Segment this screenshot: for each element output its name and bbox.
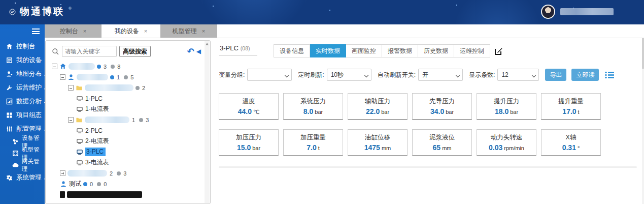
tree-search-input[interactable] xyxy=(62,46,117,57)
device-icon xyxy=(76,149,83,155)
tree-node-device[interactable]: 2-电流表 xyxy=(52,136,201,147)
menu-toggle-icon[interactable] xyxy=(32,28,40,34)
offline-dot xyxy=(135,86,140,90)
tree-node-folder[interactable]: 1 3 xyxy=(52,114,201,125)
redacted-label xyxy=(85,84,133,91)
avatar[interactable] xyxy=(541,5,555,19)
group-select[interactable] xyxy=(247,69,292,81)
data-card[interactable]: 加压压力15.0bar xyxy=(219,129,279,156)
tree-node-root[interactable]: 3 8 xyxy=(52,61,201,72)
collapse-panel-icon[interactable]: ◀ xyxy=(196,48,201,54)
user-icon xyxy=(67,74,75,80)
redacted-label xyxy=(67,170,107,177)
tree-node-device[interactable]: 1-电流表 xyxy=(52,104,201,114)
redacted-label xyxy=(85,116,129,123)
sidebar: 控制台 我的设备 地图分布 运营维护 数据分析 xyxy=(0,24,45,204)
tree-node-group[interactable]: 2 3 xyxy=(52,168,201,179)
nodes-icon xyxy=(12,138,19,145)
data-card[interactable]: 提升重量17.0t xyxy=(541,93,601,120)
sidebar-item-my-devices[interactable]: 我的设备 xyxy=(0,53,45,67)
data-card[interactable]: 动力头转速0.03rpm/min xyxy=(477,129,536,156)
refresh-select[interactable]: 10秒 xyxy=(327,69,371,81)
sidebar-item-project[interactable]: 项目组态 xyxy=(0,108,45,122)
scroll-up-icon[interactable] xyxy=(206,43,209,45)
tree-node-group[interactable]: 1 5 xyxy=(52,72,201,82)
data-card[interactable]: X轴0.31° xyxy=(541,129,601,156)
sidebar-item-system[interactable]: 系统管理 xyxy=(0,171,45,185)
offline-dot xyxy=(117,171,121,176)
sidebar-item-console[interactable]: 控制台 xyxy=(0,40,45,53)
tree-scrollbar[interactable] xyxy=(205,41,210,203)
tab-ops-control[interactable]: 运维控制 xyxy=(454,44,490,57)
section-divider xyxy=(219,166,637,168)
tree-node-device[interactable]: 1-PLC xyxy=(52,93,201,104)
device-tree-panel: 高级搜索 ↶ ◀ 3 8 xyxy=(45,40,211,204)
close-icon[interactable]: × xyxy=(202,28,205,34)
sidebar-item-gateway-mgmt[interactable]: 网关管理 xyxy=(0,159,45,171)
tab-realtime-data[interactable]: 实时数据 xyxy=(310,44,346,57)
tab-model-mgmt[interactable]: 机型管理 × xyxy=(160,24,217,38)
tree-node-device[interactable]: 2-PLC xyxy=(52,125,201,136)
tree-node-device-selected[interactable]: 3-PLC xyxy=(52,147,201,157)
data-card[interactable]: 温度44.0℃ xyxy=(219,93,279,120)
data-card[interactable]: 油缸位移1475mm xyxy=(348,129,408,156)
sidebar-item-operations[interactable]: 运营维护 xyxy=(0,81,45,95)
collapse-node-icon[interactable] xyxy=(60,74,65,80)
read-now-button[interactable]: 立即读 xyxy=(571,69,599,81)
tree-node-device[interactable]: 3-电流表 xyxy=(52,157,201,168)
data-card[interactable]: 泥浆液位65mm xyxy=(412,129,472,156)
refresh-filter-label: 定时刷新: xyxy=(298,71,324,79)
expand-node-icon[interactable] xyxy=(60,170,65,176)
tab-screen-monitor[interactable]: 画面监控 xyxy=(346,44,382,57)
edit-icon[interactable] xyxy=(494,47,503,55)
detail-tab-bar: 设备信息 实时数据 画面监控 报警数据 历史数据 运维控制 xyxy=(274,44,503,57)
collapse-node-icon[interactable] xyxy=(68,85,74,91)
tree-node-group[interactable]: 测试 0 0 xyxy=(52,179,201,189)
tree-node-redacted[interactable] xyxy=(52,189,201,200)
collapse-node-icon[interactable] xyxy=(52,64,57,69)
close-icon[interactable]: × xyxy=(83,28,86,34)
offline-dot xyxy=(111,65,115,69)
grid-icon xyxy=(6,112,13,119)
sliders-icon xyxy=(6,126,13,132)
cloud-icon xyxy=(12,162,19,168)
sidebar-item-map[interactable]: 地图分布 xyxy=(0,67,45,81)
tab-history-data[interactable]: 历史数据 xyxy=(418,44,454,57)
device-icon xyxy=(76,95,83,102)
page-scrollbar[interactable] xyxy=(642,38,644,204)
tab-device-info[interactable]: 设备信息 xyxy=(274,44,310,57)
device-title: 3-PLC(08) xyxy=(219,44,257,55)
advanced-search-button[interactable]: 高级搜索 xyxy=(119,46,151,57)
row-count-select[interactable]: 12 xyxy=(497,69,539,81)
data-card[interactable]: 先导压力34.0bar xyxy=(412,93,472,120)
filter-toolbar: 变量分组: 定时刷新: 10秒 自动刷新开关: 开 显示条数: 12 导出 立即… xyxy=(219,69,640,81)
export-button[interactable]: 导出 xyxy=(545,69,566,81)
device-icon xyxy=(76,138,83,144)
tab-alarm-data[interactable]: 报警数据 xyxy=(382,44,418,57)
wrench-icon xyxy=(6,84,13,91)
row-count-label: 显示条数: xyxy=(469,71,495,79)
redacted-label xyxy=(67,191,142,198)
redacted-icon xyxy=(60,191,65,198)
data-card[interactable]: 提升压力18.0bar xyxy=(477,93,536,120)
home-icon xyxy=(59,63,66,70)
logo-reg-mark: ® xyxy=(69,6,72,11)
data-card[interactable]: 辅助压力22.0bar xyxy=(348,93,408,120)
tab-console[interactable]: 控制台 × xyxy=(45,24,101,38)
data-card[interactable]: 系统压力8.0bar xyxy=(283,93,343,120)
sidebar-item-analytics[interactable]: 数据分析 xyxy=(0,95,45,108)
folder-icon xyxy=(76,84,83,91)
app-logo: 物通博联 ® xyxy=(9,5,72,18)
auto-refresh-select[interactable]: 开 xyxy=(418,69,463,81)
tab-my-devices[interactable]: 我的设备 × xyxy=(103,24,159,38)
home-icon xyxy=(6,43,13,50)
data-card[interactable]: 加压重量7.0t xyxy=(283,129,343,156)
device-detail-panel: 3-PLC(08) 设备信息 实时数据 画面监控 报警数据 历史数据 运维控制 xyxy=(214,38,644,204)
list-view-icon[interactable] xyxy=(605,71,614,79)
window-tab-bar: 控制台 × 我的设备 × 机型管理 × xyxy=(45,24,644,38)
collapse-node-icon[interactable] xyxy=(68,117,74,123)
user-menu[interactable] xyxy=(541,5,614,19)
tree-node-folder[interactable]: 2 xyxy=(52,82,201,93)
close-icon[interactable]: × xyxy=(144,28,147,34)
undo-icon[interactable]: ↶ xyxy=(187,47,194,56)
